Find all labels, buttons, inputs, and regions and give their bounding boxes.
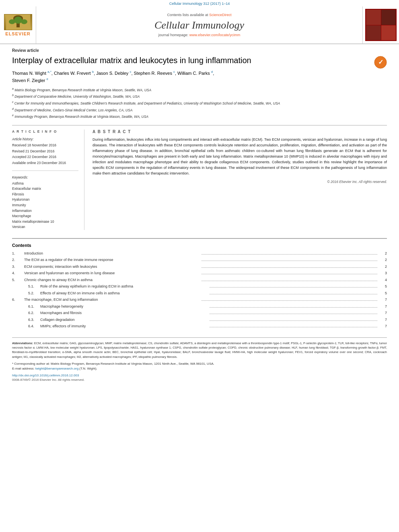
toc-text-1: Introduction xyxy=(24,251,200,257)
elsevier-emblem xyxy=(4,14,32,30)
toc-num-51: 5.1. xyxy=(28,284,40,290)
toc-dots-2 xyxy=(202,258,377,261)
received-date: Received 18 November 2016 xyxy=(12,143,78,148)
affiliation-c: c Center for Immunity and Immunotherapie… xyxy=(12,100,387,106)
abstract-label: A B S T R A C T xyxy=(93,129,387,134)
toc-text-4: Versican and hyaluronan as components in… xyxy=(24,271,200,276)
affiliation-e: e Immunology Program, Benaroya Research … xyxy=(12,113,387,119)
toc-num-61: 6.1. xyxy=(28,304,40,310)
toc-page-52: 5 xyxy=(379,291,387,296)
toc-item-3: 3. ECM components; interaction with leuk… xyxy=(12,264,387,270)
toc-num-64: 6.4. xyxy=(28,324,40,329)
keyword-ecm: Extracellular matrix xyxy=(12,186,78,192)
thumb-2 xyxy=(381,10,396,25)
toc-text-5: Chronic changes to airway ECM in asthma xyxy=(24,277,200,283)
keywords-label: Keywords: xyxy=(12,175,78,180)
toc-item-64: 6.4. MMPs; effectors of immunity 7 xyxy=(12,324,387,329)
crossmark-icon: ✓ xyxy=(374,56,387,69)
affiliation-a: a Matrix Biology Program, Benaroya Resea… xyxy=(12,87,387,93)
toc-dots-6 xyxy=(202,298,377,301)
keyword-hyaluronan: Hyaluronan xyxy=(12,197,78,203)
contents-title: Contents xyxy=(12,243,387,248)
journal-name: Cellular Immunology xyxy=(154,19,244,31)
sciencedirect-link[interactable]: ScienceDirect xyxy=(209,13,232,17)
toc-dots-52 xyxy=(210,291,377,294)
toc-text-6: The macrophage, ECM and lung inflammatio… xyxy=(24,297,200,303)
elsevier-logo-container: ELSEVIER xyxy=(0,6,36,43)
title-crossmark-row: Interplay of extracellular matrix and le… xyxy=(12,55,387,70)
main-content: Review article Interplay of extracellula… xyxy=(0,44,399,386)
doi-link[interactable]: http://dx.doi.org/10.1016/j.cellimm.2016… xyxy=(12,374,79,377)
svg-text:✓: ✓ xyxy=(378,59,383,66)
toc-page-6: 7 xyxy=(379,297,387,303)
sciencedirect-text: Contents lists available at ScienceDirec… xyxy=(167,13,231,17)
affiliation-b: b Department of Comparative Medicine, Un… xyxy=(12,93,387,99)
toc-text-2: The ECM as a regulator of the innate imm… xyxy=(24,257,200,263)
elsevier-wordmark: ELSEVIER xyxy=(5,31,30,36)
abstract-copyright: © 2016 Elsevier Inc. All rights reserved… xyxy=(93,180,387,184)
toc-text-52: Effects of airway ECM on immune cells in… xyxy=(40,291,208,296)
page: Cellular Immunology 312 (2017) 1–14 ELSE xyxy=(0,0,399,532)
toc-dots-62 xyxy=(210,311,377,314)
toc-dots-1 xyxy=(202,251,377,255)
toc-page-64: 7 xyxy=(379,324,387,329)
keyword-fibrosis: Fibrosis xyxy=(12,192,78,197)
toc-text-64: MMPs; effectors of immunity xyxy=(40,324,208,329)
toc-item-61: 6.1. Macrophage heterogeneity 7 xyxy=(12,304,387,310)
keyword-asthma: Asthma xyxy=(12,181,78,187)
toc-item-4: 4. Versican and hyaluronan as components… xyxy=(12,271,387,276)
toc-page-5: 4 xyxy=(379,277,387,283)
toc-item-2: 2. The ECM as a regulator of the innate … xyxy=(12,257,387,263)
journal-cover-thumbnail xyxy=(365,9,397,41)
toc-text-63: Collagen degradation xyxy=(40,317,208,323)
corresponding-author-note: * Corresponding author at: Matrix Biolog… xyxy=(12,362,387,371)
toc-num-4: 4. xyxy=(12,271,24,276)
homepage-url[interactable]: www.elsevier.com/locate/ycimm xyxy=(189,33,241,37)
toc-text-61: Macrophage heterogeneity xyxy=(40,304,208,310)
abstract-text: During inflammation, leukocytes influx i… xyxy=(93,137,387,177)
toc-num-3: 3. xyxy=(12,264,24,270)
toc-item-52: 5.2. Effects of airway ECM on immune cel… xyxy=(12,291,387,296)
divider-1 xyxy=(12,170,78,171)
toc-page-51: 5 xyxy=(379,284,387,290)
revised-date: Revised 21 December 2016 xyxy=(12,149,78,154)
available-date: Available online 23 December 2016 xyxy=(12,160,78,166)
toc-dots-64 xyxy=(210,324,377,327)
toc-page-62: 7 xyxy=(379,310,387,316)
toc-page-4: 3 xyxy=(379,271,387,276)
email-label: E-mail address: xyxy=(12,367,35,370)
toc-num-62: 6.2. xyxy=(28,310,40,316)
toc-num-6: 6. xyxy=(12,297,24,303)
abbreviations-label: Abbreviations: xyxy=(12,341,33,345)
toc-dots-51 xyxy=(210,284,377,288)
accepted-date: Accepted 22 December 2016 xyxy=(12,154,78,160)
contents-section: Contents 1. Introduction 2 2. The ECM as… xyxy=(12,238,387,329)
journal-citation: Cellular Immunology 312 (2017) 1–14 xyxy=(0,0,399,6)
toc-page-3: 2 xyxy=(379,264,387,270)
toc-page-1: 2 xyxy=(379,251,387,257)
toc-page-61: 7 xyxy=(379,304,387,310)
issn-line: 0008-8749/© 2016 Elsevier Inc. All right… xyxy=(12,378,387,382)
toc-page-63: 7 xyxy=(379,317,387,323)
thumb-3 xyxy=(366,25,381,41)
toc-text-62: Macrophages and fibrosis xyxy=(40,310,208,316)
article-info-column: A R T I C L E I N F O Article history: R… xyxy=(12,129,84,230)
toc-item-6: 6. The macrophage, ECM and lung inflamma… xyxy=(12,297,387,303)
keyword-immunity: Immunity xyxy=(12,203,78,208)
author-email-link[interactable]: twight@benaroyaresearch.org xyxy=(35,367,80,370)
thumb-4 xyxy=(381,25,396,41)
toc-dots-61 xyxy=(210,304,377,308)
keyword-inflammation: Inflammation xyxy=(12,208,78,214)
toc-item-1: 1. Introduction 2 xyxy=(12,251,387,257)
two-column-layout: A R T I C L E I N F O Article history: R… xyxy=(12,125,387,230)
toc-item-62: 6.2. Macrophages and fibrosis 7 xyxy=(12,310,387,316)
article-history-section: Article history: Received 18 November 20… xyxy=(12,137,78,166)
footer-section: Abbreviations: ECM, extracellular matrix… xyxy=(12,337,387,382)
journal-header: ELSEVIER Contents lists available at Sci… xyxy=(0,6,399,44)
keyword-macrophage: Macrophage xyxy=(12,214,78,219)
abbreviations-text: Abbreviations: ECM, extracellular matrix… xyxy=(12,341,387,359)
svg-point-5 xyxy=(14,16,22,24)
toc-num-52: 5.2. xyxy=(28,291,40,296)
toc-dots-63 xyxy=(210,318,377,321)
toc-dots-4 xyxy=(202,271,377,274)
